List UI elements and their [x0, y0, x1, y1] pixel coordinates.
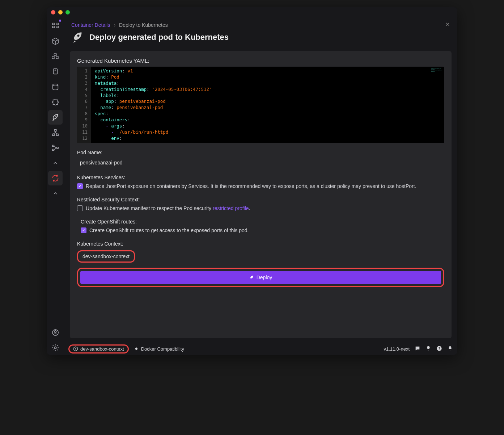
svg-rect-11 — [52, 145, 54, 147]
routes-checkbox-row: ✓ Create OpenShift routes to get access … — [81, 227, 444, 234]
dashboard-icon — [51, 22, 59, 30]
svg-rect-0 — [52, 23, 55, 25]
lightbulb-icon — [425, 346, 431, 351]
minimize-window-button[interactable] — [58, 10, 63, 14]
svg-text:?: ? — [438, 347, 440, 350]
security-checkbox-row: Update Kubernetes manifest to respect th… — [77, 205, 444, 212]
sidebar-item-extensions[interactable] — [48, 95, 63, 109]
topology-icon — [51, 144, 59, 152]
svg-point-7 — [55, 116, 56, 117]
svg-rect-4 — [54, 69, 58, 74]
svg-rect-13 — [57, 147, 59, 149]
chat-icon — [415, 346, 420, 351]
sidebar-collapse-down[interactable] — [48, 186, 63, 201]
deploy-button-highlighted: Deploy — [77, 268, 444, 287]
services-label: Kubernetes Services: — [77, 175, 444, 180]
window-controls — [51, 10, 70, 14]
maximize-window-button[interactable] — [65, 10, 70, 14]
kubernetes-icon — [73, 346, 78, 351]
rocket-icon — [71, 31, 84, 44]
chevron-up-icon — [52, 160, 58, 166]
routes-text: Create OpenShift routes to get access to… — [89, 227, 249, 234]
svg-rect-12 — [52, 149, 54, 151]
context-value-highlighted[interactable]: dev-sandbox-context — [77, 250, 135, 263]
refresh-icon — [51, 174, 59, 182]
titlebar — [47, 7, 457, 17]
puzzle-icon — [51, 98, 59, 106]
page-title-row: Deploy generated pod to Kubernetes — [71, 31, 450, 44]
yaml-label: Generated Kubernetes YAML: — [77, 58, 444, 64]
page-header: Container Details › Deploy to Kubernetes… — [64, 17, 457, 47]
services-checkbox[interactable]: ✓ — [77, 183, 83, 189]
help-icon: ? — [436, 346, 442, 351]
yaml-editor[interactable]: 123456789101112 apiVersion: v1kind: Podm… — [77, 67, 444, 143]
status-context-text: dev-sandbox-context — [80, 346, 124, 352]
svg-rect-1 — [56, 23, 58, 25]
svg-marker-17 — [74, 347, 78, 351]
gear-icon — [51, 344, 59, 352]
sidebar-item-images[interactable] — [48, 64, 63, 79]
main-panel: Generated Kubernetes YAML: 1234567891011… — [70, 51, 452, 338]
close-button[interactable] — [445, 21, 450, 29]
sidebar-item-containers[interactable] — [48, 34, 63, 49]
notification-dot-icon — [59, 20, 61, 22]
deploy-button[interactable]: Deploy — [80, 271, 441, 284]
status-feedback-button[interactable] — [415, 346, 420, 352]
code-content: apiVersion: v1kind: Podmetadata: creatio… — [91, 67, 444, 143]
status-help-button[interactable]: ? — [436, 346, 442, 352]
close-window-button[interactable] — [51, 10, 55, 14]
services-checkbox-row: ✓ Replace .hostPort exposure on containe… — [77, 183, 444, 190]
sidebar-item-refresh[interactable] — [48, 171, 63, 185]
routes-checkbox[interactable]: ✓ — [81, 227, 86, 233]
svg-rect-3 — [56, 26, 58, 28]
chevron-up-icon — [52, 191, 58, 196]
sidebar-item-deploy[interactable] — [48, 110, 63, 125]
app-window: Container Details › Deploy to Kubernetes… — [47, 7, 457, 355]
sidebar-item-network[interactable] — [48, 125, 63, 140]
bell-icon — [447, 346, 453, 351]
breadcrumb-separator: › — [114, 22, 115, 28]
sidebar-item-account[interactable] — [48, 325, 63, 340]
pod-name-label: Pod Name: — [77, 150, 444, 155]
svg-point-6 — [53, 84, 58, 86]
sidebar-item-topology[interactable] — [48, 141, 63, 155]
rocket-icon — [51, 113, 59, 121]
status-docker[interactable]: Docker Compatibility — [134, 346, 184, 352]
breadcrumb-parent-link[interactable]: Container Details — [71, 22, 110, 28]
pod-name-input[interactable] — [77, 158, 444, 168]
restricted-profile-link[interactable]: restricted profile — [213, 205, 249, 211]
svg-point-15 — [54, 331, 56, 333]
close-icon — [445, 22, 450, 27]
svg-rect-2 — [52, 26, 55, 28]
svg-point-5 — [55, 70, 56, 71]
database-icon — [51, 83, 59, 91]
sidebar-collapse-up[interactable] — [48, 156, 63, 170]
sidebar-item-dashboard[interactable] — [48, 19, 63, 33]
user-icon — [51, 329, 59, 336]
page-title: Deploy generated pod to Kubernetes — [89, 33, 229, 42]
security-checkbox[interactable] — [77, 205, 83, 211]
routes-label: Create OpenShift routes: — [81, 219, 444, 225]
cube-icon — [51, 37, 59, 45]
breadcrumb-current: Deploy to Kubernetes — [119, 22, 168, 28]
context-label: Kubernetes Context: — [77, 241, 444, 247]
sidebar — [47, 17, 64, 355]
svg-rect-8 — [54, 130, 56, 131]
code-minimap[interactable]: apiVersion v1 kind Pod metadata creation… — [431, 68, 442, 83]
breadcrumb: Container Details › Deploy to Kubernetes — [71, 21, 450, 29]
sidebar-item-pods[interactable] — [48, 49, 63, 64]
rocket-icon — [249, 275, 254, 280]
svg-rect-10 — [56, 134, 59, 136]
layers-icon — [51, 68, 59, 76]
sidebar-item-settings[interactable] — [48, 340, 63, 355]
statusbar: dev-sandbox-context Docker Compatibility… — [64, 343, 457, 355]
status-tips-button[interactable] — [425, 346, 431, 352]
svg-rect-9 — [52, 134, 55, 136]
code-gutter: 123456789101112 — [77, 67, 91, 143]
status-notifications-button[interactable] — [447, 346, 453, 352]
status-context-highlighted[interactable]: dev-sandbox-context — [68, 344, 129, 354]
svg-point-16 — [54, 347, 56, 349]
plug-icon — [134, 346, 139, 351]
sidebar-item-volumes[interactable] — [48, 80, 63, 94]
main-layout: Container Details › Deploy to Kubernetes… — [47, 17, 457, 355]
